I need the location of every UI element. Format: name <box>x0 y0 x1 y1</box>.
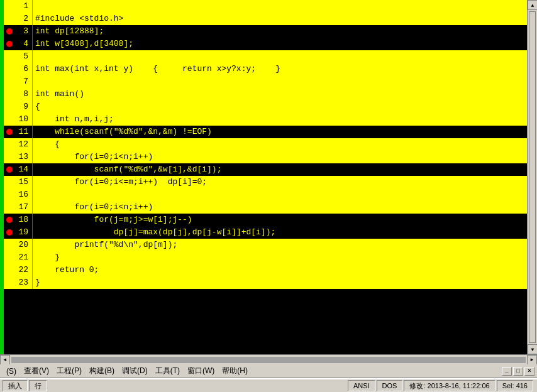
code-line: 8int main() <box>4 88 527 101</box>
menu-item-menu-build[interactable]: 构建(B) <box>86 364 118 378</box>
breakpoint-area[interactable] <box>4 113 15 126</box>
line-number: 1 <box>15 0 33 13</box>
breakpoint-area[interactable] <box>4 239 15 251</box>
line-number: 14 <box>15 163 33 176</box>
code-line: 22 return 0; <box>4 264 527 276</box>
breakpoint-area[interactable] <box>4 0 15 13</box>
menu-item-menu-help[interactable]: 帮助(H) <box>218 364 252 378</box>
line-content[interactable]: int n,m,i,j; <box>33 113 527 126</box>
breakpoint-area[interactable] <box>4 126 15 138</box>
breakpoint-area[interactable] <box>4 214 15 226</box>
breakpoint-area[interactable] <box>4 88 15 101</box>
line-number: 16 <box>15 188 33 201</box>
line-content[interactable]: { <box>33 138 527 151</box>
breakpoint-area[interactable] <box>4 151 15 163</box>
status-encoding: ANSI <box>348 380 375 391</box>
breakpoint-dot <box>6 129 13 135</box>
line-content[interactable]: int dp[12888]; <box>33 25 527 38</box>
scroll-horizontal-track[interactable] <box>11 357 526 363</box>
breakpoint-area[interactable] <box>4 176 15 188</box>
line-content[interactable]: printf("%d\n",dp[m]); <box>33 239 527 251</box>
breakpoint-dot <box>6 41 13 47</box>
close-button[interactable]: × <box>524 367 534 376</box>
line-content[interactable]: scanf("%d%d",&w[i],&d[i]); <box>33 163 527 176</box>
code-line: 3int dp[12888]; <box>4 25 527 38</box>
breakpoint-area[interactable] <box>4 251 15 264</box>
line-number: 4 <box>15 38 33 50</box>
line-content[interactable] <box>33 0 527 13</box>
code-line: 19 dp[j]=max(dp[j],dp[j-w[i]]+d[i]); <box>4 226 527 239</box>
breakpoint-area[interactable] <box>4 25 15 38</box>
code-line: 18 for(j=m;j>=w[i];j--) <box>4 214 527 226</box>
line-number: 23 <box>15 276 33 289</box>
breakpoint-area[interactable] <box>4 13 15 25</box>
menu-item-menu-window[interactable]: 窗口(W) <box>184 364 218 378</box>
line-number: 18 <box>15 214 33 226</box>
menu-item-menu-debug[interactable]: 调试(D) <box>118 364 152 378</box>
line-content[interactable]: int max(int x,int y) { return x>y?x:y; } <box>33 63 527 75</box>
minimize-button[interactable]: _ <box>502 367 512 376</box>
code-line: 1 <box>4 0 527 13</box>
line-number: 22 <box>15 264 33 276</box>
maximize-button[interactable]: □ <box>513 367 523 376</box>
status-modified: 修改: 2013-8-16, 11:22:06 <box>404 380 495 391</box>
breakpoint-area[interactable] <box>4 264 15 276</box>
scroll-right-button[interactable]: ► <box>527 355 537 365</box>
line-number: 9 <box>15 101 33 113</box>
breakpoint-dot <box>6 28 13 35</box>
breakpoint-area[interactable] <box>4 138 15 151</box>
menu-item-menu-view[interactable]: 查看(V) <box>20 364 53 378</box>
line-content[interactable] <box>33 188 527 201</box>
line-content[interactable] <box>33 75 527 88</box>
line-content[interactable]: int main() <box>33 88 527 101</box>
line-number: 20 <box>15 239 33 251</box>
menu-item-menu-tools[interactable]: 工具(T) <box>152 364 184 378</box>
line-content[interactable]: while(scanf("%d%d",&n,&m) !=EOF) <box>33 126 527 138</box>
line-content[interactable]: { <box>33 101 527 113</box>
menu-item-menu-s[interactable]: (S) <box>3 366 20 377</box>
line-number: 10 <box>15 113 33 126</box>
line-content[interactable]: dp[j]=max(dp[j],dp[j-w[i]]+d[i]); <box>33 226 527 239</box>
breakpoint-dot <box>6 217 13 223</box>
status-mode: 插入 <box>3 380 28 391</box>
scroll-down-button[interactable]: ▼ <box>528 344 537 354</box>
line-content[interactable]: } <box>33 276 527 289</box>
line-content[interactable]: return 0; <box>33 264 527 276</box>
line-number: 2 <box>15 13 33 25</box>
scrollbar-right[interactable]: ▲ ▼ <box>527 0 537 354</box>
breakpoint-area[interactable] <box>4 226 15 239</box>
scrollbar-bottom[interactable]: ◄ ► <box>0 354 537 364</box>
breakpoint-area[interactable] <box>4 188 15 201</box>
line-content[interactable]: for(j=m;j>=w[i];j--) <box>33 214 527 226</box>
breakpoint-area[interactable] <box>4 163 15 176</box>
code-line: 4int w[3408],d[3408]; <box>4 38 527 50</box>
line-content[interactable]: for(i=0;i<=m;i++) dp[i]=0; <box>33 176 527 188</box>
line-content[interactable]: for(i=0;i<n;i++) <box>33 201 527 214</box>
line-content[interactable]: for(i=0;i<n;i++) <box>33 151 527 163</box>
line-number: 13 <box>15 151 33 163</box>
breakpoint-area[interactable] <box>4 201 15 214</box>
code-line: 9{ <box>4 101 527 113</box>
breakpoint-area[interactable] <box>4 276 15 289</box>
breakpoint-area[interactable] <box>4 75 15 88</box>
breakpoint-area[interactable] <box>4 38 15 50</box>
line-content[interactable]: } <box>33 251 527 264</box>
scroll-up-button[interactable]: ▲ <box>528 0 537 10</box>
code-line: 6int max(int x,int y) { return x>y?x:y; … <box>4 63 527 75</box>
code-line: 11 while(scanf("%d%d",&n,&m) !=EOF) <box>4 126 527 138</box>
breakpoint-area[interactable] <box>4 50 15 63</box>
scroll-thumb[interactable] <box>529 11 536 343</box>
line-number: 3 <box>15 25 33 38</box>
line-number: 6 <box>15 63 33 75</box>
code-line: 16 <box>4 188 527 201</box>
line-content[interactable]: int w[3408],d[3408]; <box>33 38 527 50</box>
line-number: 8 <box>15 88 33 101</box>
menu-item-menu-project[interactable]: 工程(P) <box>53 364 86 378</box>
scroll-left-button[interactable]: ◄ <box>0 355 10 365</box>
breakpoint-area[interactable] <box>4 63 15 75</box>
code-line: 2#include <stdio.h> <box>4 13 527 25</box>
code-line: 5 <box>4 50 527 63</box>
line-content[interactable]: #include <stdio.h> <box>33 13 527 25</box>
line-content[interactable] <box>33 50 527 63</box>
breakpoint-area[interactable] <box>4 101 15 113</box>
